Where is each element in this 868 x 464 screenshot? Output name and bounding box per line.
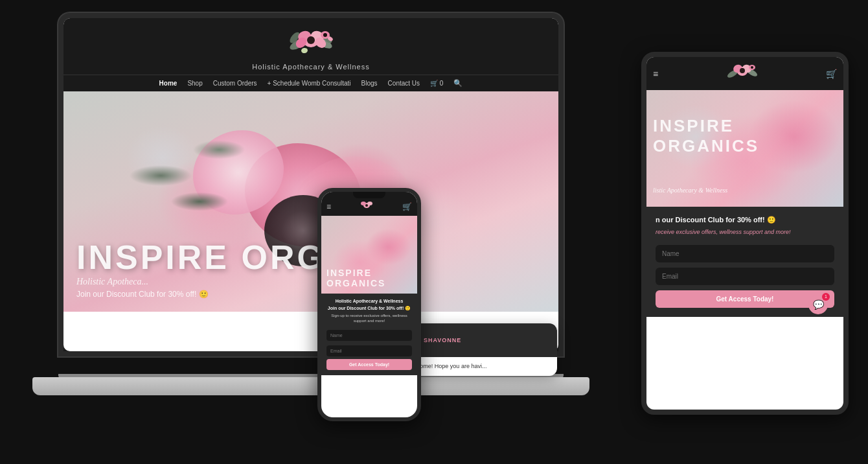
hero-cta: Join our Discount Club for 30% off! 🙂 bbox=[76, 290, 545, 299]
nav-schedule[interactable]: + Schedule Womb Consultati bbox=[268, 80, 351, 87]
tablet: ≡ 🛒 INSP bbox=[641, 52, 849, 415]
hero-title: INSPIRE ORGANI bbox=[76, 240, 545, 274]
svg-point-25 bbox=[751, 66, 753, 69]
nav-shop[interactable]: Shop bbox=[187, 80, 202, 87]
tablet-chat-icon[interactable]: 💬 1 bbox=[808, 295, 828, 314]
tablet-hero-title: INSPIRE ORGANICS bbox=[653, 116, 837, 156]
phone-access-button[interactable]: Get Access Today! bbox=[326, 359, 412, 370]
phone-hero: INSPIRE ORGANICS bbox=[321, 216, 417, 294]
phone-hamburger-icon[interactable]: ≡ bbox=[326, 202, 331, 211]
svg-point-11 bbox=[323, 33, 327, 37]
site-nav: Home Shop Custom Orders + Schedule Womb … bbox=[63, 75, 558, 91]
phone-cart-icon[interactable]: 🛒 bbox=[402, 202, 412, 211]
hero-leaves bbox=[102, 111, 297, 240]
laptop-base bbox=[32, 377, 589, 395]
site-hero: INSPIRE ORGANI Holistic Apotheca... Join… bbox=[63, 91, 558, 312]
chat-agent-name: SHAVONNE bbox=[424, 337, 461, 343]
phone-center: ≡ 🛒 INSPIRE ORGANICS Holistic bbox=[317, 188, 421, 421]
svg-point-9 bbox=[307, 36, 315, 44]
phone-notch bbox=[353, 192, 385, 198]
site-header: Holistic Apothecary & Wellness bbox=[63, 18, 558, 75]
site-logo-text: Holistic Apothecary & Wellness bbox=[63, 63, 558, 71]
nav-contact[interactable]: Contact Us bbox=[388, 80, 420, 87]
tablet-name-input[interactable] bbox=[656, 245, 834, 262]
phone-logo-icon bbox=[357, 200, 376, 213]
tablet-email-input[interactable] bbox=[656, 268, 834, 285]
tablet-discount-sub: receive exclusive offers, wellness suppo… bbox=[656, 228, 834, 237]
svg-point-15 bbox=[361, 202, 366, 205]
phone-discount-title: Join our Discount Club for 30% off! 🙂 bbox=[326, 306, 412, 311]
tablet-hero: INSPIRE ORGANICS listic Apothecary & Wel… bbox=[646, 90, 843, 207]
svg-point-17 bbox=[365, 204, 368, 207]
laptop-screen: Holistic Apothecary & Wellness Home Shop… bbox=[58, 13, 564, 356]
tablet-cart-icon[interactable]: 🛒 bbox=[826, 69, 837, 79]
laptop-screen-inner: Holistic Apothecary & Wellness Home Shop… bbox=[63, 18, 558, 351]
tablet-chat-badge: 1 bbox=[822, 293, 830, 301]
svg-point-13 bbox=[301, 47, 308, 54]
tablet-logo-icon bbox=[726, 62, 759, 85]
nav-blogs[interactable]: Blogs bbox=[361, 80, 378, 87]
svg-point-16 bbox=[367, 202, 372, 205]
logo-flower-icon bbox=[285, 25, 337, 63]
phone-content: Holistic Apothecary & Wellness Join our … bbox=[321, 294, 417, 375]
website: Holistic Apothecary & Wellness Home Shop… bbox=[63, 18, 558, 351]
hero-subtitle: Holistic Apotheca... bbox=[76, 277, 545, 287]
tablet-discount-title: n our Discount Club for 30% off! 🙂 bbox=[656, 216, 834, 224]
phone-hero-title: INSPIRE ORGANICS bbox=[326, 268, 417, 288]
search-icon[interactable]: 🔍 bbox=[453, 79, 463, 87]
svg-point-23 bbox=[740, 68, 745, 73]
nav-custom-orders[interactable]: Custom Orders bbox=[213, 80, 257, 87]
phone-email-input[interactable] bbox=[326, 345, 412, 356]
phone-screen: ≡ 🛒 INSPIRE ORGANICS Holistic bbox=[321, 192, 417, 417]
phone-site-name: Holistic Apothecary & Wellness bbox=[326, 299, 412, 303]
scene: Holistic Apothecary & Wellness Home Shop… bbox=[0, 0, 868, 464]
tablet-access-button[interactable]: Get Access Today! bbox=[656, 290, 834, 308]
laptop: Holistic Apothecary & Wellness Home Shop… bbox=[32, 13, 589, 434]
tablet-screen: ≡ 🛒 INSP bbox=[646, 57, 843, 410]
phone-name-input[interactable] bbox=[326, 330, 412, 341]
tablet-header: ≡ 🛒 bbox=[646, 57, 843, 90]
nav-cart[interactable]: 🛒 0 bbox=[430, 80, 443, 87]
tablet-hero-subtitle: listic Apothecary & Wellness bbox=[653, 187, 727, 194]
hero-text-overlay: INSPIRE ORGANI Holistic Apotheca... Join… bbox=[76, 240, 545, 299]
tablet-hamburger-icon[interactable]: ≡ bbox=[653, 69, 658, 79]
nav-home[interactable]: Home bbox=[159, 80, 177, 87]
phone-discount-sub: Sign-up to receive exclusive offers, wel… bbox=[326, 313, 412, 324]
